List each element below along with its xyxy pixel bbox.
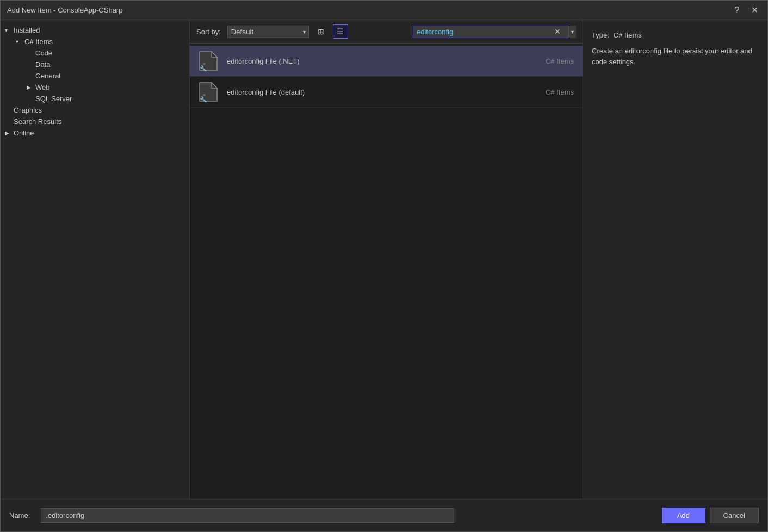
sidebar-item-installed[interactable]: ▾Installed [1,24,189,36]
type-label: Type: [592,31,609,39]
item-row[interactable]: ≡ 🔧 editorconfig File (.NET)C# Items [190,46,583,77]
sort-select-wrapper: Default Name Type [227,26,309,38]
search-input[interactable] [413,26,576,38]
sidebar-item-label-web: Web [35,83,50,91]
sidebar-item-label-general: General [35,72,60,80]
bottom-bar: Name: Add Cancel [1,499,767,531]
sidebar-item-graphics[interactable]: Graphics [1,104,189,116]
cancel-button[interactable]: Cancel [710,508,759,523]
svg-marker-5 [212,83,217,88]
center-panel: Sort by: Default Name Type ⊞ ☰ ✕ ▾ [190,20,583,499]
sidebar-item-sql-server[interactable]: SQL Server [1,93,189,104]
item-category: C# Items [546,57,574,65]
search-clear-button[interactable]: ✕ [552,27,563,36]
grid-view-button[interactable]: ⊞ [313,24,329,39]
file-icon: ≡ 🔧 [199,82,218,102]
file-icon: ≡ 🔧 [199,51,218,71]
item-name: editorconfig File (default) [227,88,537,96]
close-button[interactable]: ✕ [748,4,761,17]
item-category: C# Items [546,88,574,96]
sidebar-item-general[interactable]: General [1,70,189,82]
svg-marker-1 [212,52,217,57]
name-label: Name: [9,511,30,519]
item-name: editorconfig File (.NET) [227,57,537,65]
action-buttons: Add Cancel [662,508,759,523]
sidebar-item-online[interactable]: ▶Online [1,127,189,139]
description: Create an editorconfig file to persist y… [592,46,759,67]
help-button[interactable]: ? [730,4,744,17]
sidebar-item-label-c-sharp-items: C# Items [24,38,53,46]
list-view-button[interactable]: ☰ [333,24,348,39]
sidebar: ▾Installed▾C# ItemsCodeDataGeneral▶WebSQ… [1,20,190,499]
sidebar-item-search-results[interactable]: Search Results [1,116,189,127]
sidebar-item-label-installed: Installed [14,26,40,34]
search-area: ✕ ▾ [413,26,576,38]
sidebar-item-label-search-results: Search Results [14,117,61,126]
title-bar-controls: ? ✕ [730,4,761,17]
svg-text:🔧: 🔧 [200,96,208,102]
main-content: ▾Installed▾C# ItemsCodeDataGeneral▶WebSQ… [1,20,767,499]
title-bar: Add New Item - ConsoleApp-CSharp ? ✕ [1,1,767,20]
add-button[interactable]: Add [662,508,705,523]
dialog-title: Add New Item - ConsoleApp-CSharp [7,6,122,14]
type-row: Type: C# Items [592,31,759,39]
sidebar-item-label-code: Code [35,49,52,57]
sidebar-item-label-data: Data [35,60,50,69]
sidebar-item-c-sharp-items[interactable]: ▾C# Items [1,36,189,47]
svg-text:🔧: 🔧 [200,65,208,71]
item-list: ≡ 🔧 editorconfig File (.NET)C# Items ≡ 🔧… [190,44,583,499]
type-value: C# Items [614,31,642,39]
sidebar-item-label-graphics: Graphics [14,106,42,114]
detail-panel: Type: C# Items Create an editorconfig fi… [583,20,767,499]
sidebar-item-web[interactable]: ▶Web [1,82,189,93]
item-row[interactable]: ≡ 🔧 editorconfig File (default)C# Items [190,77,583,108]
sort-select[interactable]: Default Name Type [227,26,309,38]
search-dropdown-button[interactable]: ▾ [568,26,576,38]
sidebar-item-data[interactable]: Data [1,59,189,70]
sidebar-item-label-sql-server: SQL Server [35,95,72,103]
sidebar-item-label-online: Online [14,129,34,137]
name-input[interactable] [41,508,454,523]
sidebar-item-code[interactable]: Code [1,47,189,59]
toolbar: Sort by: Default Name Type ⊞ ☰ ✕ ▾ [190,20,583,44]
sort-label: Sort by: [196,28,221,36]
